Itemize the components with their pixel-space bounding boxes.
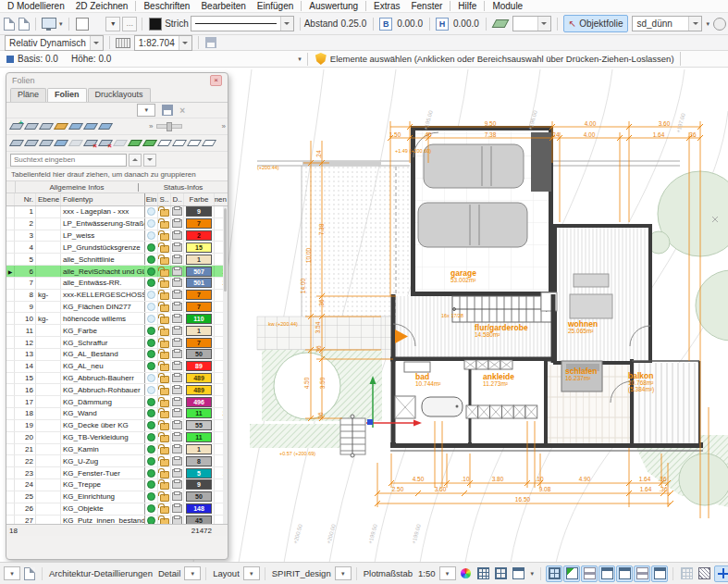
folie-aktivieren-icon[interactable] xyxy=(9,137,23,149)
detail-level-value[interactable]: Detail xyxy=(156,568,182,578)
folie-leer-icon[interactable] xyxy=(113,137,127,149)
layer-lock-icon[interactable] xyxy=(160,269,169,277)
more-options-button[interactable]: … xyxy=(122,17,137,31)
layer-print-icon[interactable] xyxy=(172,279,182,287)
layer-color-badge[interactable]: 15 xyxy=(186,242,212,253)
fang-schnittpunkt-icon[interactable] xyxy=(616,565,633,582)
layout-label[interactable]: Layout xyxy=(211,568,241,578)
palette-tab[interactable]: Folien xyxy=(47,88,87,102)
fill-color-swatch[interactable] xyxy=(76,18,89,31)
fang-ecke-icon[interactable] xyxy=(563,565,580,582)
sheet-icon[interactable] xyxy=(24,567,35,580)
layer-on-toggle[interactable] xyxy=(147,255,155,264)
dropdown-button[interactable]: ▾ xyxy=(105,17,120,31)
detail-set-name[interactable]: Architektur-Detaillierungen xyxy=(47,568,154,578)
layer-color-badge[interactable]: 9 xyxy=(186,206,212,217)
menu-item[interactable]: D Modellieren xyxy=(2,1,70,11)
design-value[interactable]: SPIRIT_design xyxy=(270,568,333,578)
layer-color-badge[interactable]: 507 xyxy=(186,267,212,277)
layer-on-toggle[interactable] xyxy=(147,386,155,394)
layer-color-badge[interactable]: 1 xyxy=(186,444,212,454)
farbpalette-icon[interactable] xyxy=(458,565,475,582)
col-drucken[interactable]: D.. xyxy=(171,193,184,205)
layer-row[interactable]: 2 LP_Entwässerung-Straße 7 xyxy=(6,218,228,230)
folie-aus-icon[interactable] xyxy=(39,137,53,149)
layer-lock-icon[interactable] xyxy=(160,329,169,336)
overflow-icon[interactable]: » xyxy=(149,122,152,130)
display-settings-icon[interactable] xyxy=(42,18,56,29)
layer-lock-icon[interactable] xyxy=(160,292,169,300)
hoehe-value[interactable]: Höhe: 0.0 xyxy=(71,54,111,64)
folie-umbenennen-icon[interactable] xyxy=(39,120,53,132)
layer-print-icon[interactable] xyxy=(172,492,182,501)
layer-row[interactable]: 11 KG_Farbe 1 xyxy=(6,325,228,337)
folie-sichtbar-alle-icon[interactable] xyxy=(142,137,156,149)
folie-drucken-1-icon[interactable] xyxy=(157,137,171,149)
layer-print-icon[interactable] xyxy=(172,291,182,299)
layer-lock-icon[interactable] xyxy=(160,257,169,265)
layer-row[interactable]: 15 KG_Abbruch-Bauherr 489 1 xyxy=(6,373,228,385)
layer-lock-icon[interactable] xyxy=(160,471,169,478)
layer-on-toggle[interactable] xyxy=(147,433,155,441)
layer-on-toggle[interactable] xyxy=(147,445,155,454)
layer-print-icon[interactable] xyxy=(172,409,182,417)
layer-color-badge[interactable]: 7 xyxy=(186,290,212,300)
layer-print-icon[interactable] xyxy=(172,457,182,466)
folie-neu-icon[interactable] xyxy=(9,120,23,132)
layer-lock-icon[interactable] xyxy=(160,233,169,241)
layer-color-badge[interactable]: 55 xyxy=(186,420,212,430)
circle-tool-icon[interactable] xyxy=(713,18,726,31)
col-folientyp[interactable]: Folientyp xyxy=(61,193,145,205)
close-icon[interactable]: × xyxy=(210,75,222,86)
folie-drucken-3-icon[interactable] xyxy=(187,137,201,149)
layer-lock-icon[interactable] xyxy=(160,459,169,466)
linetype-combo[interactable] xyxy=(191,16,294,31)
col-ebene[interactable]: Ebene xyxy=(36,193,61,205)
folie-kopieren-icon[interactable] xyxy=(24,120,38,132)
layer-row[interactable]: 6 alle_ReviSchacht und GL 507 2 xyxy=(6,266,228,278)
layer-row[interactable]: 12 KG_Schraffur 7 xyxy=(6,337,228,349)
layer-row[interactable]: 22 KG_U-Zug 8 xyxy=(6,455,228,467)
layer-print-icon[interactable] xyxy=(172,421,182,429)
layer-row[interactable]: 25 KG_Einrichtung 50 xyxy=(6,491,228,503)
layout-combo[interactable]: ▾ xyxy=(243,566,260,580)
width-value[interactable]: 0.00.0 xyxy=(394,19,426,29)
layer-row[interactable]: 21 KG_Kamin 1 xyxy=(6,444,228,456)
folie-sichtbar-icon[interactable] xyxy=(128,137,142,149)
detail-combo[interactable]: ▾ xyxy=(184,566,201,580)
layer-print-icon[interactable] xyxy=(172,480,182,489)
layer-print-icon[interactable] xyxy=(172,267,182,276)
col-ein[interactable]: Ein xyxy=(145,193,158,205)
layer-color-badge[interactable]: 489 xyxy=(186,385,212,395)
layer-row[interactable]: 7 alle_Entwäss-RR. 501 2 xyxy=(6,278,228,290)
layer-row[interactable]: 18 KG_Wand 11 2 xyxy=(6,408,228,420)
layer-on-toggle[interactable] xyxy=(147,303,155,311)
transparency-slider[interactable] xyxy=(156,124,182,129)
layer-row[interactable]: 13 KG_AL_Bestand 50 xyxy=(6,349,228,361)
layer-color-badge[interactable]: 7 xyxy=(186,338,212,348)
layer-color-badge[interactable]: 110 xyxy=(186,314,212,324)
folie-combo[interactable]: sd_dünn xyxy=(632,16,702,31)
preset-combo[interactable]: ▾ xyxy=(137,104,155,117)
layer-color-badge[interactable]: 89 xyxy=(186,361,212,371)
folien-gruppe-2-icon[interactable] xyxy=(83,120,97,132)
palette-tab[interactable]: Drucklayouts xyxy=(88,88,151,102)
plot-scale-value[interactable]: 1:50 xyxy=(416,568,438,578)
layer-color-badge[interactable]: 501 xyxy=(186,278,212,288)
fang-mitte-icon[interactable] xyxy=(581,565,598,582)
layer-on-toggle[interactable] xyxy=(147,492,155,501)
layer-lock-icon[interactable] xyxy=(160,388,169,395)
layer-row[interactable]: 5 alle_Schnittlinie 1 xyxy=(6,254,228,266)
layer-color-badge[interactable]: 148 xyxy=(186,503,212,514)
copy-icon[interactable] xyxy=(4,18,15,31)
layer-lock-icon[interactable] xyxy=(160,341,169,348)
input-caret[interactable]: ▾ xyxy=(298,56,302,63)
raster-fein-icon[interactable] xyxy=(493,565,510,582)
layer-on-toggle[interactable] xyxy=(147,374,155,382)
palette-tab[interactable]: Pläne xyxy=(10,88,46,102)
layer-lock-icon[interactable] xyxy=(160,494,169,502)
fang-maximieren-icon[interactable] xyxy=(634,565,650,582)
folien-gruppe-1-icon[interactable] xyxy=(68,120,82,132)
layer-print-icon[interactable] xyxy=(172,255,182,264)
layer-on-toggle[interactable] xyxy=(147,339,155,347)
